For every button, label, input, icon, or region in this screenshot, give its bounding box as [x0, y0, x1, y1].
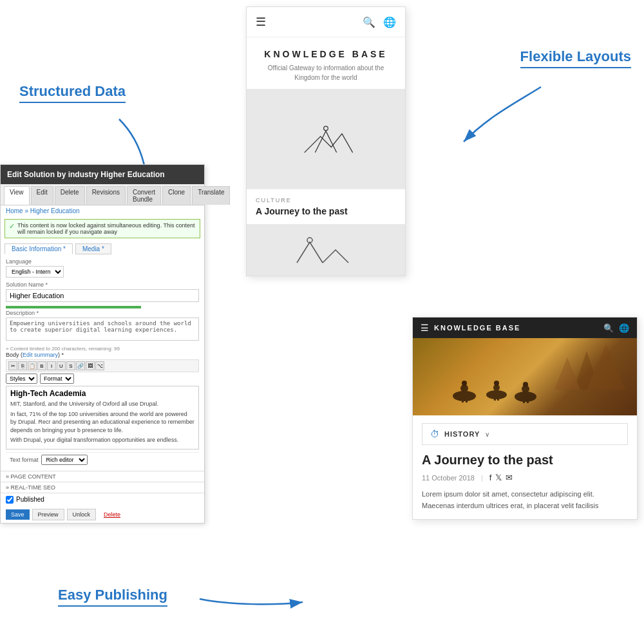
- format-select[interactable]: Format: [40, 374, 74, 384]
- mobile-kb-image2: [247, 224, 405, 276]
- cms-tab2-basic[interactable]: Basic Information *: [5, 243, 73, 254]
- mobile-kb-subtitle: Official Gateway to information about th…: [256, 63, 396, 82]
- check-icon: ✓: [9, 222, 15, 231]
- mobile-kb-category: CULTURE: [256, 197, 396, 204]
- svg-point-1: [324, 126, 328, 131]
- structured-data-label: Structured Data: [19, 83, 126, 103]
- solution-name-input[interactable]: [6, 289, 199, 302]
- body-label: Body (Edit summary) *: [6, 352, 199, 358]
- cms-breadcrumb: Home » Higher Education: [1, 205, 204, 216]
- article-hero-image: [413, 338, 637, 415]
- article-excerpt: Lorem ipsum dolor sit amet, consectetur …: [422, 489, 628, 511]
- language-label: Language: [6, 258, 199, 265]
- editor-p3: With Drupal, your digital transformation…: [10, 436, 194, 444]
- cms-tabs: View Edit Delete Revisions Convert Bundl…: [1, 184, 204, 205]
- history-icon: ⏱: [430, 429, 439, 439]
- mobile-kb-hero: KNOWLEDGE BASE Official Gateway to infor…: [247, 37, 405, 89]
- cms-tabs2: Basic Information * Media *: [1, 241, 204, 254]
- delete-button[interactable]: Delete: [99, 509, 126, 520]
- published-checkbox[interactable]: [6, 496, 14, 504]
- article-kb-title: KNOWLEDGE BASE: [434, 324, 520, 332]
- article-panel: ☰ KNOWLEDGE BASE 🔍 🌐: [412, 317, 638, 520]
- char-count: » Content limited to 200 characters, rem…: [6, 346, 199, 352]
- styles-select[interactable]: Styles: [6, 374, 37, 384]
- social-icons: f 𝕏 ✉: [489, 473, 513, 482]
- real-time-seo-expand[interactable]: » REAL-TIME SEO: [1, 482, 204, 493]
- mobile-kb-title: KNOWLEDGE BASE: [256, 49, 396, 59]
- cms-tab2-media[interactable]: Media *: [75, 243, 111, 254]
- meta-divider: |: [481, 474, 483, 482]
- cms-tab-translate[interactable]: Translate: [192, 186, 230, 205]
- cms-tab-delete[interactable]: Delete: [55, 186, 85, 205]
- preview-button[interactable]: Preview: [32, 509, 64, 520]
- article-search-icon[interactable]: 🔍: [603, 323, 614, 333]
- svg-point-11: [515, 392, 536, 402]
- facebook-icon[interactable]: f: [489, 473, 492, 482]
- tool-source[interactable]: ⌥: [95, 361, 104, 370]
- search-icon[interactable]: 🔍: [363, 16, 375, 28]
- article-globe-icon[interactable]: 🌐: [619, 323, 629, 333]
- cms-body: Language English - International Solutio…: [1, 254, 204, 471]
- email-icon[interactable]: ✉: [506, 473, 513, 482]
- unlock-button[interactable]: Unlock: [67, 509, 97, 520]
- cms-tab-convert[interactable]: Convert Bundle: [127, 186, 161, 205]
- flexible-layouts-label: Flexible Layouts: [520, 48, 631, 68]
- mobile-kb-header: ☰ 🔍 🌐: [247, 7, 405, 37]
- description-field-group: Description * Empowering universities an…: [6, 310, 199, 342]
- save-button[interactable]: Save: [6, 509, 30, 520]
- cms-header: Edit Solution by industry Higher Educati…: [1, 165, 204, 184]
- description-textarea[interactable]: Empowering universities and schools arou…: [6, 317, 199, 341]
- cms-tab-revisions[interactable]: Revisions: [86, 186, 126, 205]
- mobile-kb-icons: 🔍 🌐: [363, 16, 396, 28]
- cms-tab-clone[interactable]: Clone: [162, 186, 191, 205]
- tool-paste[interactable]: 📋: [28, 361, 37, 370]
- cms-notice-text: This content is now locked against simul…: [17, 222, 196, 235]
- article-header-icons: 🔍 🌐: [603, 323, 629, 333]
- tool-link[interactable]: 🔗: [76, 361, 85, 370]
- svg-rect-14: [527, 394, 529, 403]
- cms-tab-view[interactable]: View: [4, 186, 30, 205]
- text-format: Text format Rich editor: [6, 452, 199, 467]
- cms-panel: Edit Solution by industry Higher Educati…: [0, 164, 205, 524]
- editor-p1: MIT, Stanford, and the University of Oxf…: [10, 400, 194, 408]
- tool-image[interactable]: 🖼: [86, 361, 95, 370]
- text-format-select[interactable]: Rich editor: [41, 455, 88, 465]
- svg-point-17: [523, 382, 528, 387]
- hamburger-icon[interactable]: ☰: [256, 15, 266, 29]
- language-select[interactable]: English - International: [6, 266, 64, 278]
- tool-bold[interactable]: B: [37, 361, 46, 370]
- history-bar[interactable]: ⏱ HISTORY ∨: [422, 423, 628, 445]
- svg-point-7: [486, 390, 507, 399]
- history-label: HISTORY: [444, 430, 480, 438]
- article-content: ⏱ HISTORY ∨ A Journey to the past 11 Oct…: [413, 415, 637, 519]
- published-row: Published: [1, 493, 204, 506]
- mobile-kb-hero-image: [247, 89, 405, 189]
- tool-copy[interactable]: ⎘: [18, 361, 27, 370]
- cms-notice: ✓ This content is now locked against sim…: [5, 219, 200, 238]
- editor-heading: High-Tech Academia: [10, 389, 194, 398]
- editor-p2: In fact, 71% of the top 100 universities…: [10, 410, 194, 435]
- article-header: ☰ KNOWLEDGE BASE 🔍 🌐: [413, 317, 637, 338]
- edit-summary-link[interactable]: Edit summary: [23, 352, 58, 358]
- tool-italic[interactable]: I: [47, 361, 56, 370]
- cms-header-text: Edit Solution by industry: [7, 170, 99, 179]
- tool-strike[interactable]: S: [66, 361, 75, 370]
- cms-header-type: Higher Education: [100, 170, 164, 179]
- article-header-left: ☰ KNOWLEDGE BASE: [421, 323, 520, 333]
- cms-tab-edit[interactable]: Edit: [31, 186, 53, 205]
- svg-rect-13: [523, 394, 525, 403]
- published-label: Published: [16, 496, 44, 503]
- progress-bar: [6, 306, 141, 308]
- page-content-expand[interactable]: » PAGE CONTENT: [1, 471, 204, 482]
- mobile-kb-card1: CULTURE A Journey to the past: [247, 189, 405, 224]
- twitter-icon[interactable]: 𝕏: [495, 473, 502, 482]
- history-chevron-icon: ∨: [485, 431, 489, 438]
- svg-point-16: [494, 381, 499, 386]
- tool-underline[interactable]: U: [57, 361, 66, 370]
- article-hamburger-icon[interactable]: ☰: [421, 323, 429, 333]
- solution-name-field-group: Solution Name *: [6, 281, 199, 302]
- tool-cut[interactable]: ✂: [8, 361, 17, 370]
- globe-icon[interactable]: 🌐: [383, 16, 396, 28]
- article-title: A Journey to the past: [422, 453, 628, 468]
- mobile-kb-panel: ☰ 🔍 🌐 KNOWLEDGE BASE Official Gateway to…: [246, 6, 406, 276]
